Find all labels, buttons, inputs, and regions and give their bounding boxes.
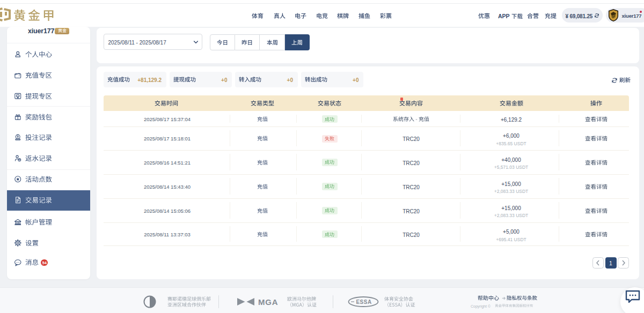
svg-text:ESSA: ESSA	[356, 299, 371, 305]
